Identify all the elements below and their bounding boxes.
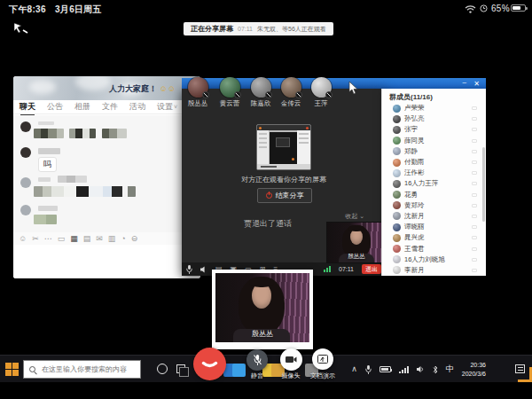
censored-name [38,177,51,182]
collapse-toggle[interactable]: 收起 ⌄ [345,212,364,221]
avatar [20,177,31,188]
participant-avatar[interactable] [251,77,271,98]
end-share-button[interactable]: 结束分享 [257,188,312,203]
participant-avatar[interactable] [281,77,301,98]
hidden-icons-chevron[interactable]: ∧ [351,365,357,373]
tray-bluetooth-icon[interactable] [433,365,438,374]
status-date: 3月6日周五 [55,4,102,16]
clock-icon[interactable]: ◔ [121,235,125,243]
minimize-button[interactable]: – [463,76,466,88]
participant-avatar[interactable] [188,77,208,98]
exit-call-button[interactable]: 退出 [362,264,381,274]
shared-screen-preview [256,124,311,170]
calendar-icon[interactable]: ▥ [108,235,116,243]
ime-indicator[interactable]: 中 [446,364,454,375]
member-row[interactable]: 晁兴虎 [382,232,486,243]
tab-announcement[interactable]: 公告 [47,101,63,113]
chat-input-area[interactable] [13,245,200,278]
member-row[interactable]: 孙弘亮 [382,113,486,124]
screenshot-icon[interactable]: ✂ [32,235,39,243]
start-button[interactable] [5,363,19,376]
status-time: 下午8:36 [9,4,46,16]
member-row[interactable]: 16人力王萍 [382,178,486,189]
speaker-icon[interactable] [200,266,207,273]
tray-mic-icon[interactable] [365,365,372,374]
chat-message-list[interactable]: 吗 [13,115,200,232]
floating-video-window[interactable]: 殷丛丛 [212,270,313,349]
tray-network-icon[interactable] [399,366,409,373]
member-list: 卢荣荣 孙弘亮 张宇 薛同灵 郑静 付勤雨 汪作彬 16人力王萍 花勇 黄郑玲 … [382,103,486,276]
member-row[interactable]: 花勇 [382,190,486,200]
group-title: 人力大家庭！ ☺☺ [109,83,176,95]
participant-avatar[interactable] [311,77,332,98]
action-center-icon[interactable] [515,364,525,373]
avatar [393,223,401,231]
member-row[interactable]: 郑静 [382,146,486,157]
sharing-timer: 07:11 [238,26,253,32]
chevron-down-icon: ⌄ [359,213,364,219]
taskbar-clock[interactable]: 20:362020/3/6 [462,361,486,378]
camera-icon [472,215,477,218]
member-row[interactable]: 黄郑玲 [382,200,486,211]
mute-button[interactable] [246,349,268,371]
tab-files[interactable]: 文件 [102,101,118,113]
grid-icon[interactable]: ▦ [70,235,78,243]
avatar [393,234,401,242]
participant-name: 王萍 [301,99,340,108]
battery-percent: 65% [491,4,510,13]
share-caption: 对方正在观看你分享的屏幕 [182,175,386,184]
task-view-icon[interactable] [176,364,185,373]
participant-avatar[interactable] [220,77,240,98]
signal-strength-icon [324,266,331,272]
member-row[interactable]: 谭晓丽 [382,222,486,232]
camera-icon [472,171,477,175]
image-icon[interactable]: ▤ [83,235,91,243]
member-row[interactable]: 卢荣荣 [382,103,486,113]
member-row[interactable]: 16人力刘晓旭 [382,254,486,265]
camera-button[interactable] [280,348,302,371]
avatar [393,169,401,177]
more-icon[interactable]: ⋯ [44,235,52,243]
video-name-label: 殷丛丛 [215,329,309,339]
present-button[interactable] [312,348,333,370]
member-scrollbar[interactable] [482,147,485,222]
member-row[interactable]: 薛同灵 [382,136,486,146]
member-row[interactable]: 王雪君 [382,243,486,254]
tab-chat[interactable]: 聊天 [20,101,35,113]
mic-muted-icon [234,91,241,98]
tray-battery-icon[interactable] [379,366,391,372]
camera-icon [472,236,477,239]
mic-icon[interactable] [186,265,192,274]
avatar [393,266,401,274]
avatar [393,180,401,188]
member-row[interactable]: 汪作彬 [382,168,486,178]
tab-settings[interactable]: 设置˅ [157,101,177,113]
emoji-icon[interactable]: ☺ [19,235,27,243]
member-row[interactable]: 沈新月 [382,211,486,222]
remote-pointer-icon [12,21,28,35]
tab-album[interactable]: 相册 [74,101,90,113]
tab-activity[interactable]: 活动 [129,101,145,113]
avatar [393,115,401,123]
tray-volume-icon[interactable] [417,365,425,373]
member-row[interactable]: 付勤雨 [382,157,486,168]
mail-icon[interactable]: ✉ [96,235,103,243]
search-input[interactable] [42,365,135,373]
avatar [20,147,31,158]
camera-label: 摄像头 [273,372,309,380]
screen-share-banner[interactable]: 正在分享屏幕 07:11 朱无双、等56人正在观看 [184,22,333,35]
avatar [20,121,31,132]
avatar [393,137,401,145]
avatar [393,255,401,263]
window-icon[interactable]: ▭ [58,235,66,243]
cortana-icon[interactable] [157,364,168,374]
hang-up-button[interactable] [193,348,226,380]
self-video-thumbnail[interactable]: 殷丛丛 [327,223,386,262]
member-panel: 群成员(11/16) 卢荣荣 孙弘亮 张宇 薛同灵 郑静 付勤雨 汪作彬 16人… [381,89,486,276]
video-name-label: 殷丛丛 [327,253,386,261]
avatar [393,245,401,253]
minus-circle-icon[interactable]: ⊖ [131,235,138,243]
taskbar-search[interactable] [23,360,141,379]
member-row[interactable]: 张宇 [382,124,486,135]
member-row[interactable]: 李新月 [382,265,486,276]
